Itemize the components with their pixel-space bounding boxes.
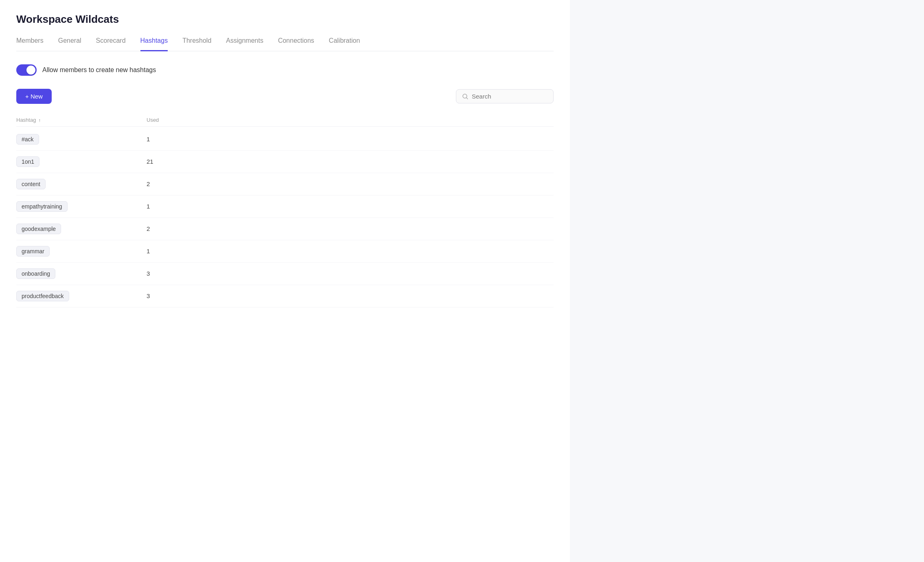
search-input[interactable] — [472, 93, 547, 100]
hashtag-badge[interactable]: productfeedback — [16, 291, 69, 301]
table-header: Hashtag ↑ Used — [16, 114, 554, 127]
hashtag-badge[interactable]: grammar — [16, 246, 50, 257]
nav-tab-scorecard[interactable]: Scorecard — [96, 37, 126, 51]
svg-line-1 — [466, 97, 468, 99]
table-row: productfeedback 3 — [16, 285, 554, 307]
table-row: content 2 — [16, 173, 554, 195]
col-header-used: Used — [147, 117, 554, 123]
hashtag-badge[interactable]: goodexample — [16, 224, 61, 234]
table-row: grammar 1 — [16, 240, 554, 263]
nav-tab-connections[interactable]: Connections — [278, 37, 314, 51]
allow-hashtags-label: Allow members to create new hashtags — [42, 66, 156, 74]
table-row: 1on1 21 — [16, 151, 554, 173]
nav-tab-hashtags[interactable]: Hashtags — [140, 37, 168, 51]
used-count: 3 — [147, 292, 150, 299]
nav-tab-general[interactable]: General — [58, 37, 81, 51]
used-count: 1 — [147, 203, 150, 210]
used-count: 2 — [147, 180, 150, 187]
table-row: goodexample 2 — [16, 218, 554, 240]
hashtag-badge[interactable]: empathytraining — [16, 201, 68, 212]
table-row: onboarding 3 — [16, 263, 554, 285]
used-count: 1 — [147, 248, 150, 255]
sort-arrow-icon: ↑ — [38, 118, 41, 123]
toolbar: + New — [16, 89, 554, 104]
nav-tab-assignments[interactable]: Assignments — [226, 37, 263, 51]
search-box — [456, 89, 554, 103]
allow-hashtags-toggle[interactable] — [16, 64, 37, 76]
hashtag-badge[interactable]: 1on1 — [16, 156, 39, 167]
used-count: 1 — [147, 136, 150, 143]
table-row: empathytraining 1 — [16, 195, 554, 218]
used-count: 3 — [147, 270, 150, 277]
hashtag-badge[interactable]: onboarding — [16, 268, 55, 279]
search-icon — [462, 93, 469, 100]
nav-tab-calibration[interactable]: Calibration — [329, 37, 360, 51]
hashtags-table: #ack 1 1on1 21 content 2 empathytraining — [16, 128, 554, 307]
nav-tab-members[interactable]: Members — [16, 37, 44, 51]
used-count: 2 — [147, 225, 150, 232]
used-count: 21 — [147, 158, 153, 165]
new-button[interactable]: + New — [16, 89, 52, 104]
allow-hashtags-row: Allow members to create new hashtags — [16, 64, 554, 76]
hashtag-badge[interactable]: content — [16, 179, 46, 189]
nav-tab-threshold[interactable]: Threshold — [182, 37, 211, 51]
col-header-hashtag: Hashtag ↑ — [16, 117, 147, 123]
nav-tabs: MembersGeneralScorecardHashtagsThreshold… — [16, 37, 554, 51]
table-row: #ack 1 — [16, 128, 554, 151]
workspace-title: Workspace Wildcats — [16, 13, 554, 26]
hashtag-badge[interactable]: #ack — [16, 134, 39, 145]
